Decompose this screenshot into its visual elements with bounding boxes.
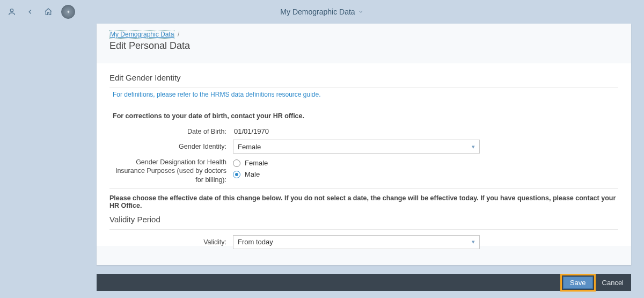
radio-female-label: Female <box>245 159 268 167</box>
save-highlight: Save <box>560 274 596 292</box>
select-validity-value: From today <box>238 238 273 246</box>
card-header: My Demographic Data / Edit Personal Data <box>97 24 631 55</box>
header-title-dropdown[interactable]: My Demographic Data <box>280 8 363 16</box>
dob-instruction: For corrections to your date of birth, c… <box>109 112 618 120</box>
chevron-down-icon: ▾ <box>472 143 475 150</box>
footer-action-bar: Save Cancel <box>97 274 631 291</box>
resource-guide-link[interactable]: For definitions, please refer to the HRM… <box>109 88 618 103</box>
row-gender-identity: Gender Identity: Female ▾ <box>109 140 618 154</box>
value-dob: 01/01/1970 <box>233 127 269 135</box>
page-title: Edit Personal Data <box>109 40 618 52</box>
breadcrumb-link[interactable]: My Demographic Data <box>109 30 174 39</box>
row-gender-designation: Gender Designation for Health Insurance … <box>109 158 618 184</box>
row-validity: Validity: From today ▾ <box>109 235 618 249</box>
page-card: My Demographic Data / Edit Personal Data… <box>97 24 631 265</box>
divider <box>109 229 618 230</box>
validity-instruction: Please choose the effective date of this… <box>109 188 618 209</box>
label-validity: Validity: <box>109 238 233 246</box>
state-seal-logo: ✦ <box>61 5 75 19</box>
svg-point-0 <box>10 9 13 12</box>
breadcrumb: My Demographic Data / <box>109 30 618 38</box>
radio-male-label: Male <box>245 170 260 178</box>
select-gender-identity-value: Female <box>238 143 261 151</box>
save-button[interactable]: Save <box>563 277 593 289</box>
cancel-button[interactable]: Cancel <box>599 279 627 287</box>
chevron-down-icon <box>358 9 364 14</box>
header-title-text: My Demographic Data <box>280 8 355 16</box>
row-dob: Date of Birth: 01/01/1970 <box>109 127 618 135</box>
breadcrumb-separator: / <box>178 31 179 38</box>
section-heading-validity: Validity Period <box>109 215 618 224</box>
app-shell-header: ✦ My Demographic Data <box>0 0 644 24</box>
select-validity[interactable]: From today ▾ <box>233 235 480 249</box>
radio-group-gender-designation: Female Male <box>233 158 268 178</box>
home-icon[interactable] <box>43 6 54 17</box>
user-icon[interactable] <box>6 6 17 17</box>
select-gender-identity[interactable]: Female ▾ <box>233 140 480 154</box>
section-heading-gender: Edit Gender Identity <box>109 73 618 82</box>
form-area: Edit Gender Identity For definitions, pl… <box>97 63 631 246</box>
label-gender-designation: Gender Designation for Health Insurance … <box>109 158 233 184</box>
back-icon[interactable] <box>25 6 35 17</box>
label-dob: Date of Birth: <box>109 128 233 135</box>
radio-circle-selected-icon <box>233 171 240 178</box>
radio-male[interactable]: Male <box>233 170 268 178</box>
radio-circle-icon <box>233 159 240 167</box>
chevron-down-icon: ▾ <box>472 238 475 245</box>
radio-female[interactable]: Female <box>233 159 268 167</box>
label-gender-identity: Gender Identity: <box>109 143 233 150</box>
header-left-tools: ✦ <box>6 5 75 19</box>
